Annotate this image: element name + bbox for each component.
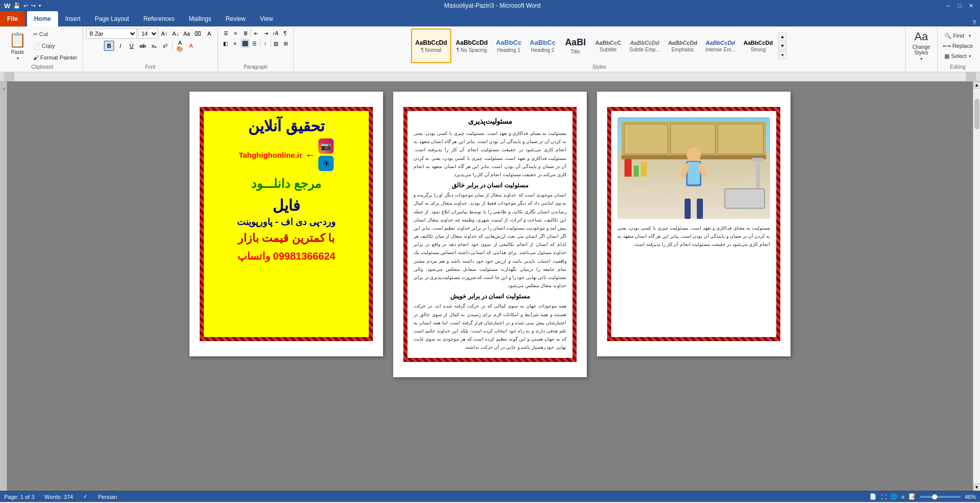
scroll-track[interactable] bbox=[973, 89, 980, 484]
replace-button[interactable]: ⟷ Replace bbox=[941, 41, 975, 50]
close-button[interactable]: ✕ bbox=[966, 2, 976, 10]
numbering-button[interactable]: ≡ bbox=[231, 29, 240, 38]
quick-access-redo[interactable]: ↪ bbox=[31, 3, 36, 9]
para-divider1 bbox=[251, 29, 251, 37]
subscript-button[interactable]: x₂ bbox=[149, 41, 159, 51]
view-fullscreen-button[interactable]: ⛶ bbox=[881, 494, 886, 500]
style-subtle-emphasis[interactable]: AaBbCcDd Subtle Emp... bbox=[625, 29, 663, 63]
align-center-button[interactable]: ≡ bbox=[231, 39, 240, 48]
language-indicator[interactable]: Persian bbox=[98, 494, 117, 500]
paste-label: Paste bbox=[11, 49, 24, 55]
tab-page-layout[interactable]: Page Layout bbox=[88, 11, 136, 26]
change-styles-button[interactable]: Aa ChangeStyles ▾ bbox=[909, 29, 934, 63]
change-case-button[interactable]: Aa bbox=[182, 29, 192, 39]
title-bar: W 💾 ↩ ↪ ▾ Masuoliyat-Paziri3 - Microsoft… bbox=[0, 0, 980, 11]
quick-access-save[interactable]: 💾 bbox=[13, 3, 20, 9]
help-button[interactable]: ? bbox=[972, 19, 976, 26]
tab-references[interactable]: References bbox=[136, 11, 181, 26]
style-intense-emphasis[interactable]: AaBbCcDd Intense Em... bbox=[702, 29, 739, 63]
align-right-button[interactable]: ⬛ bbox=[240, 39, 250, 48]
format-painter-button[interactable]: 🖌 Format Painter bbox=[31, 53, 79, 62]
style-title[interactable]: AaBl Title bbox=[560, 29, 591, 63]
select-button[interactable]: ▦ Select ▾ bbox=[942, 51, 973, 61]
text-effects-button[interactable]: A bbox=[204, 29, 214, 39]
child-figure bbox=[678, 148, 709, 219]
clear-format-button[interactable]: ⌧ bbox=[193, 29, 203, 39]
bottle-red bbox=[624, 159, 632, 177]
scroll-arrow-down[interactable]: ▼ bbox=[973, 484, 981, 491]
find-button[interactable]: 🔍 Find ▾ bbox=[942, 31, 973, 40]
show-hide-button[interactable]: ¶ bbox=[281, 29, 290, 38]
styles-scroll-down[interactable]: ▼ bbox=[778, 42, 786, 50]
format-painter-label: Format Painter bbox=[40, 54, 77, 61]
styles-more[interactable]: ▾ bbox=[778, 51, 786, 59]
style-heading1-preview: AaBbCc bbox=[496, 39, 522, 46]
paragraph-label: Paragraph bbox=[243, 64, 267, 70]
para-row-1: ☰ ≡ ≣ ⇤ ⇥ ↕A ¶ bbox=[222, 29, 290, 38]
font-color-button[interactable]: A bbox=[186, 41, 196, 51]
borders-button[interactable]: ⊞ bbox=[281, 39, 290, 48]
justify-button[interactable]: ☰ bbox=[250, 39, 259, 48]
underline-button[interactable]: U bbox=[126, 41, 137, 51]
maximize-button[interactable]: □ bbox=[955, 2, 965, 10]
tab-insert[interactable]: Insert bbox=[58, 11, 88, 26]
minimize-button[interactable]: ─ bbox=[943, 2, 954, 10]
select-dropdown[interactable]: ▾ bbox=[969, 54, 971, 59]
shading-button[interactable]: ▧ bbox=[271, 39, 281, 48]
scroll-thumb[interactable] bbox=[974, 99, 979, 129]
doc-scroll-area[interactable]: تحقیق آنلاین 📷 ✈ ← Tahghighonline.ir مرج… bbox=[7, 81, 973, 491]
strikethrough-button[interactable]: ab bbox=[138, 41, 148, 51]
paste-button[interactable]: 📋 Paste ▾ bbox=[5, 29, 30, 63]
tab-file[interactable]: File bbox=[0, 11, 25, 26]
bullets-button[interactable]: ☰ bbox=[222, 29, 231, 38]
increase-indent-button[interactable]: ⇥ bbox=[261, 29, 270, 38]
style-heading1[interactable]: AaBbCc Heading 1 bbox=[492, 29, 525, 63]
tab-home[interactable]: Home bbox=[27, 11, 58, 26]
change-styles-dropdown[interactable]: ▾ bbox=[920, 57, 922, 61]
copy-button[interactable]: 📄 Copy bbox=[31, 41, 79, 50]
view-outline-button[interactable]: ≡ bbox=[902, 494, 905, 500]
tab-view[interactable]: View bbox=[253, 11, 280, 26]
style-heading2[interactable]: AaBbCc Heading 2 bbox=[526, 29, 559, 63]
word-icon: W bbox=[4, 2, 10, 10]
highlight-button[interactable]: A🎨 bbox=[175, 41, 185, 51]
style-emphasis[interactable]: AaBbCcDd Emphasis bbox=[664, 29, 700, 63]
font-name-select[interactable]: B Zar bbox=[86, 29, 137, 39]
find-dropdown[interactable]: ▾ bbox=[969, 34, 971, 38]
style-subtitle[interactable]: AaBbCcC Subtitle bbox=[592, 29, 625, 63]
bold-button[interactable]: B bbox=[104, 41, 114, 51]
multilevel-list-button[interactable]: ≣ bbox=[241, 29, 250, 38]
zoom-slider[interactable] bbox=[920, 496, 961, 498]
zoom-thumb[interactable] bbox=[932, 494, 937, 499]
page-1: تحقیق آنلاین 📷 ✈ ← Tahghighonline.ir مرج… bbox=[189, 92, 383, 356]
style-strong[interactable]: AaBbCcDd Strong bbox=[740, 29, 776, 63]
tab-mailings[interactable]: Mailings bbox=[182, 11, 219, 26]
decrease-indent-button[interactable]: ⇤ bbox=[252, 29, 261, 38]
shrink-font-button[interactable]: A↓ bbox=[171, 29, 181, 39]
font-size-select[interactable]: 14 bbox=[138, 29, 158, 39]
styles-scroll-up[interactable]: ▲ bbox=[778, 33, 786, 41]
cut-button[interactable]: ✂ Cut bbox=[31, 30, 79, 39]
page3-image bbox=[617, 117, 770, 219]
style-normal[interactable]: AaBbCcDd ¶ Normal bbox=[411, 29, 451, 63]
view-print-button[interactable]: 📄 bbox=[869, 493, 877, 500]
vertical-scrollbar[interactable]: ▲ ▼ bbox=[973, 81, 980, 491]
left-margin: ◂ bbox=[0, 81, 7, 491]
quick-access-undo[interactable]: ↩ bbox=[23, 3, 28, 9]
paste-icon: 📋 bbox=[9, 32, 26, 48]
tab-review[interactable]: Review bbox=[219, 11, 253, 26]
font-name-row: B Zar 14 A↑ A↓ Aa ⌧ A bbox=[86, 29, 214, 39]
superscript-button[interactable]: x² bbox=[160, 41, 170, 51]
margin-indicator: ◂ bbox=[1, 87, 6, 91]
view-web-button[interactable]: 🌐 bbox=[890, 493, 897, 500]
sort-button[interactable]: ↕A bbox=[271, 29, 280, 38]
line-spacing-button[interactable]: ↕ bbox=[261, 39, 270, 48]
scroll-arrow-up[interactable]: ▲ bbox=[973, 81, 981, 89]
paste-dropdown[interactable]: ▾ bbox=[17, 56, 19, 61]
view-draft-button[interactable]: 📝 bbox=[909, 493, 916, 500]
style-no-spacing[interactable]: AaBbCcDd ¶ No Spacing bbox=[452, 29, 492, 63]
grow-font-button[interactable]: A↑ bbox=[159, 29, 170, 39]
align-left-button[interactable]: ◧ bbox=[221, 39, 230, 48]
italic-button[interactable]: I bbox=[115, 41, 125, 51]
words-count: Words: 374 bbox=[44, 494, 73, 500]
